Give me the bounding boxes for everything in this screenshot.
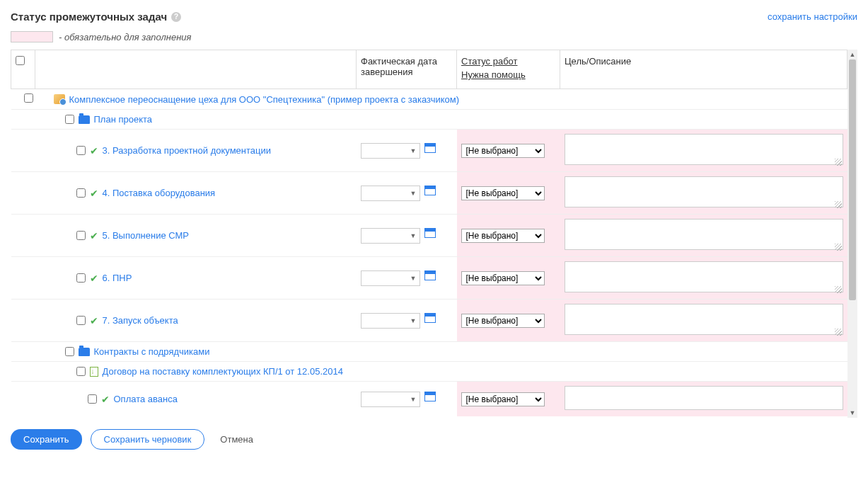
calendar-icon[interactable] [424,143,436,153]
date-dropdown[interactable]: ▼ [361,228,420,244]
row-checkbox[interactable] [76,316,86,325]
save-settings-link[interactable]: сохранить настройки [768,11,857,22]
row-checkbox[interactable] [76,231,86,240]
status-select[interactable]: [Не выбрано] [461,271,545,285]
save-button[interactable]: Сохранить [11,429,82,450]
scroll-down-icon[interactable]: ▼ [847,408,857,418]
folder-icon [79,115,90,124]
task-link[interactable]: 4. Поставка оборудования [103,188,216,198]
col-help-link[interactable]: Нужна помощь [461,69,555,80]
description-textarea[interactable] [565,304,843,335]
project-link[interactable]: Комплексное переоснащение цеха для ООО "… [69,94,460,105]
status-select[interactable]: [Не выбрано] [461,314,545,328]
calendar-icon[interactable] [424,270,436,280]
scroll-thumb[interactable] [849,59,856,300]
contracts-link[interactable]: Контракты с подрядчиками [94,346,210,357]
calendar-icon[interactable] [424,228,436,238]
required-swatch [11,31,53,42]
task-link[interactable]: 5. Выполнение СМР [103,230,189,241]
resize-grip-icon[interactable] [835,329,842,336]
date-dropdown[interactable]: ▼ [361,392,420,407]
col-status-link[interactable]: Статус работ [461,56,555,67]
cancel-button[interactable]: Отмена [213,429,260,450]
document-icon [90,367,98,377]
date-dropdown[interactable]: ▼ [361,270,420,286]
col-desc-header: Цель/Описание [560,50,847,89]
task-link[interactable]: Оплата аванса [114,394,178,404]
row-checkbox[interactable] [76,146,86,155]
legend-text: - обязательно для заполнения [59,32,191,42]
status-select[interactable]: [Не выбрано] [461,186,545,200]
folder-icon [79,348,90,356]
task-link[interactable]: 6. ПНР [103,273,132,283]
resize-grip-icon[interactable] [835,201,842,208]
row-checkbox[interactable] [88,394,97,404]
row-checkbox[interactable] [76,188,86,198]
help-icon[interactable]: ? [171,12,181,22]
check-icon: ✔ [90,273,98,283]
row-checkbox[interactable] [24,93,33,103]
calendar-icon[interactable] [424,313,436,323]
check-icon: ✔ [90,146,98,156]
scroll-up-icon[interactable]: ▲ [847,50,857,59]
check-icon: ✔ [90,231,98,241]
task-link[interactable]: 7. Запуск объекта [103,315,178,326]
row-checkbox[interactable] [65,347,74,356]
task-link[interactable]: 3. Разработка проектной документации [103,145,272,156]
calendar-icon[interactable] [424,186,436,195]
description-textarea[interactable] [565,261,843,292]
check-icon: ✔ [90,188,98,198]
check-icon: ✔ [90,316,98,326]
contract-doc-link[interactable]: Договор на поставку комплектующих КП/1 о… [103,366,343,377]
resize-grip-icon[interactable] [835,286,842,293]
page-title: Статус промежуточных задач [11,11,167,23]
row-checkbox[interactable] [76,273,86,283]
description-textarea[interactable] [565,176,843,207]
description-textarea[interactable] [565,219,843,250]
status-select[interactable]: [Не выбрано] [461,144,545,158]
status-select[interactable]: [Не выбрано] [461,229,545,243]
vertical-scrollbar[interactable]: ▲ ▼ [847,50,857,418]
row-checkbox[interactable] [65,115,74,124]
status-select[interactable]: [Не выбрано] [461,392,545,406]
row-checkbox[interactable] [76,367,86,376]
description-textarea[interactable] [565,134,843,165]
date-dropdown[interactable]: ▼ [361,313,420,329]
plan-link[interactable]: План проекта [94,114,153,125]
project-icon [54,94,65,104]
save-draft-button[interactable]: Сохранить черновик [91,429,205,450]
resize-grip-icon[interactable] [835,244,842,251]
date-dropdown[interactable]: ▼ [361,143,420,159]
check-icon: ✔ [101,394,110,404]
col-date-header: Фактическая дата завершения [357,50,457,89]
calendar-icon[interactable] [424,392,436,401]
select-all-checkbox[interactable] [16,56,25,65]
date-dropdown[interactable]: ▼ [361,186,420,201]
resize-grip-icon[interactable] [835,159,842,166]
description-textarea[interactable] [565,386,843,410]
